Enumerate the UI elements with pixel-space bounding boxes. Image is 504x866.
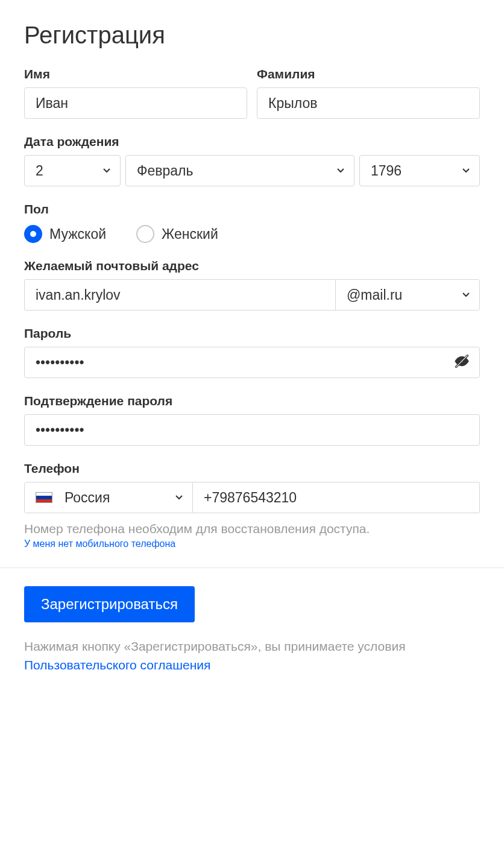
radio-unchecked-icon [136, 225, 154, 243]
email-username-input[interactable] [24, 279, 335, 311]
page-title: Регистрация [24, 22, 480, 49]
gender-female-radio[interactable]: Женский [136, 225, 218, 243]
flag-russia-icon [36, 492, 52, 503]
phone-number-input[interactable] [193, 482, 480, 513]
gender-label: Пол [24, 202, 480, 216]
chevron-down-icon [462, 292, 470, 297]
dob-day-value: 2 [36, 163, 43, 179]
password-label: Пароль [24, 326, 480, 341]
last-name-label: Фамилия [257, 67, 480, 81]
password-input[interactable] [24, 347, 480, 378]
first-name-label: Имя [24, 67, 247, 81]
submit-button[interactable]: Зарегистрироваться [24, 586, 195, 622]
last-name-input[interactable] [257, 87, 480, 119]
gender-male-radio[interactable]: Мужской [24, 225, 106, 243]
chevron-down-icon [103, 168, 110, 173]
dob-day-select[interactable]: 2 [24, 155, 121, 186]
dob-month-select[interactable]: Февраль [125, 155, 354, 186]
chevron-down-icon [175, 495, 183, 500]
email-label: Желаемый почтовый адрес [24, 259, 480, 273]
dob-month-value: Февраль [137, 163, 193, 179]
section-divider [0, 567, 504, 568]
dob-year-select[interactable]: 1796 [359, 155, 480, 186]
phone-label: Телефон [24, 461, 480, 476]
agreement-prefix: Нажимая кнопку «Зарегистрироваться», вы … [24, 639, 406, 653]
phone-country-select[interactable]: Россия [24, 482, 193, 513]
password-confirm-input[interactable] [24, 414, 480, 446]
dob-label: Дата рождения [24, 134, 480, 149]
first-name-input[interactable] [24, 87, 247, 119]
gender-female-label: Женский [162, 226, 218, 242]
phone-hint: Номер телефона необходим для восстановле… [24, 519, 480, 539]
chevron-down-icon [462, 168, 470, 173]
terms-link[interactable]: Пользовательского соглашения [24, 658, 210, 672]
chevron-down-icon [337, 168, 344, 173]
email-domain-value: @mail.ru [347, 287, 402, 303]
gender-male-label: Мужской [49, 226, 106, 242]
agreement-text: Нажимая кнопку «Зарегистрироваться», вы … [24, 637, 480, 675]
password-confirm-label: Подтверждение пароля [24, 394, 480, 408]
email-domain-select[interactable]: @mail.ru [335, 279, 480, 311]
phone-country-value: Россия [65, 490, 110, 506]
dob-year-value: 1796 [371, 163, 402, 179]
eye-off-icon[interactable] [453, 353, 470, 372]
no-phone-link[interactable]: У меня нет мобильного телефона [24, 539, 175, 549]
radio-checked-icon [24, 225, 42, 243]
